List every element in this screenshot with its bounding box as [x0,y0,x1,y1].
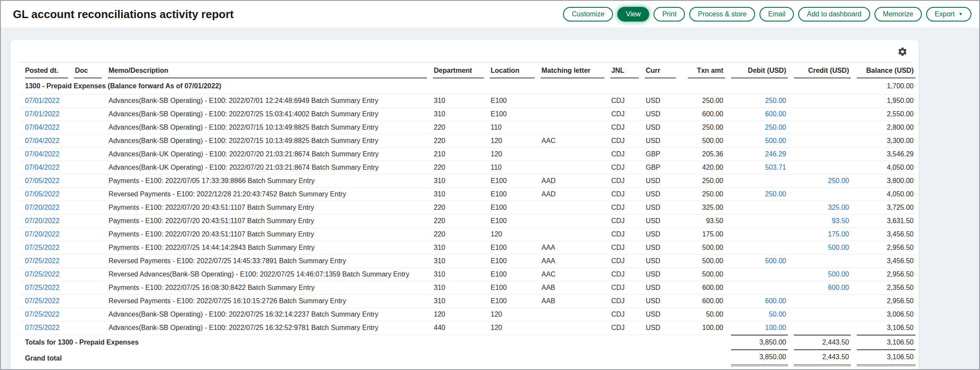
matching-letter-cell [541,308,610,321]
debit-link[interactable]: 100.00 [725,321,788,335]
credit-link[interactable]: 600.00 [788,281,851,295]
table-row: 07/25/2022 Payments - E100: 2022/07/25 1… [19,281,915,295]
posted-date-link[interactable]: 07/25/2022 [19,321,74,335]
col-header-txn-amt: Txn amt [682,62,725,78]
credit-link [788,295,851,308]
curr-cell: USD [645,281,682,295]
balance-cell: 2,356.50 [851,281,915,295]
doc-cell [74,308,108,321]
txn-amt-cell: 325.00 [682,201,725,215]
balance-cell: 4,050.00 [851,188,915,201]
department-cell: 440 [433,321,490,335]
credit-link[interactable]: 500.00 [788,241,851,255]
memo-cell: Advances(Bank-SB Operating) - E100: 2022… [108,121,433,134]
gear-icon[interactable] [897,47,908,57]
posted-date-link[interactable]: 07/04/2022 [19,134,74,148]
posted-date-link[interactable]: 07/20/2022 [19,215,74,228]
debit-link[interactable]: 50.00 [725,308,788,321]
txn-amt-cell: 500.00 [682,241,725,255]
txn-amt-cell: 500.00 [682,134,725,148]
doc-cell [74,148,108,161]
location-cell: E100 [490,188,541,201]
group-header-label: 1300 - Prepaid Expenses (Balance forward… [19,78,851,94]
posted-date-link[interactable]: 07/25/2022 [19,268,74,281]
debit-link[interactable]: 250.00 [725,121,788,134]
posted-date-link[interactable]: 07/04/2022 [19,148,74,161]
balance-cell: 2,956.50 [851,295,915,308]
posted-date-link[interactable]: 07/25/2022 [19,281,74,295]
posted-date-link[interactable]: 07/01/2022 [19,108,74,121]
credit-link[interactable]: 500.00 [788,268,851,281]
credit-link [788,121,851,134]
debit-link[interactable]: 500.00 [725,255,788,268]
jnl-cell: CDJ [610,308,645,321]
process-and-store-button[interactable]: Process & store [689,7,755,22]
table-row: 07/04/2022 Advances(Bank-UK Operating) -… [19,161,915,174]
txn-amt-cell: 100.00 [682,321,725,335]
posted-date-link[interactable]: 07/01/2022 [19,94,74,108]
posted-date-link[interactable]: 07/25/2022 [19,255,74,268]
posted-date-link[interactable]: 07/04/2022 [19,161,74,174]
posted-date-link[interactable]: 07/25/2022 [19,308,74,321]
credit-link[interactable]: 175.00 [788,228,851,241]
col-header-doc: Doc [74,62,108,78]
txn-amt-cell: 600.00 [682,281,725,295]
department-cell: 220 [433,201,490,215]
location-cell: E100 [490,268,541,281]
table-row: 07/01/2022 Advances(Bank-SB Operating) -… [19,94,915,108]
debit-link[interactable]: 500.00 [725,134,788,148]
posted-date-link[interactable]: 07/25/2022 [19,295,74,308]
customize-button[interactable]: Customize [563,7,613,22]
location-cell: E100 [490,255,541,268]
txn-amt-cell: 250.00 [682,94,725,108]
jnl-cell: CDJ [610,134,645,148]
location-cell: 110 [490,121,541,134]
memorize-button[interactable]: Memorize [874,7,922,22]
balance-cell: 3,300.00 [851,134,915,148]
col-header-jnl: JNL [610,62,645,78]
action-buttons: Customize View Print Process & store Ema… [563,7,971,22]
credit-link [788,108,851,121]
credit-link [788,94,851,108]
view-button[interactable]: View [617,7,649,22]
curr-cell: USD [645,228,682,241]
email-button[interactable]: Email [759,7,794,22]
col-header-posted-dt: Posted dt. [19,62,74,78]
posted-date-link[interactable]: 07/05/2022 [19,188,74,201]
credit-link[interactable]: 93.50 [788,215,851,228]
col-header-department: Department [433,62,490,78]
debit-link [725,215,788,228]
doc-cell [74,188,108,201]
matching-letter-cell: AAC [541,134,610,148]
add-to-dashboard-button[interactable]: Add to dashboard [798,7,870,22]
print-button[interactable]: Print [653,7,685,22]
export-button[interactable]: Export ▼ [926,7,971,22]
matching-letter-cell: AAB [541,295,610,308]
posted-date-link[interactable]: 07/20/2022 [19,228,74,241]
debit-link[interactable]: 600.00 [725,295,788,308]
posted-date-link[interactable]: 07/04/2022 [19,121,74,134]
posted-date-link[interactable]: 07/25/2022 [19,241,74,255]
debit-link[interactable]: 250.00 [725,188,788,201]
curr-cell: USD [645,134,682,148]
jnl-cell: CDJ [610,161,645,174]
posted-date-link[interactable]: 07/05/2022 [19,174,74,188]
credit-link[interactable]: 325.00 [788,201,851,215]
debit-link[interactable]: 600.00 [725,108,788,121]
txn-amt-cell: 500.00 [682,255,725,268]
balance-cell: 2,956.50 [851,241,915,255]
grand-total-label: Grand total [19,350,725,366]
doc-cell [74,228,108,241]
txn-amt-cell: 205.36 [682,148,725,161]
txn-amt-cell: 50.00 [682,308,725,321]
debit-link[interactable]: 503.71 [725,161,788,174]
table-row: 07/04/2022 Advances(Bank-SB Operating) -… [19,121,915,134]
debit-link[interactable]: 250.00 [725,94,788,108]
posted-date-link[interactable]: 07/20/2022 [19,201,74,215]
department-cell: 310 [433,174,490,188]
jnl-cell: CDJ [610,215,645,228]
credit-link[interactable]: 250.00 [788,174,851,188]
debit-link[interactable]: 246.29 [725,148,788,161]
doc-cell [74,281,108,295]
page-title: GL account reconciliations activity repo… [13,8,233,21]
